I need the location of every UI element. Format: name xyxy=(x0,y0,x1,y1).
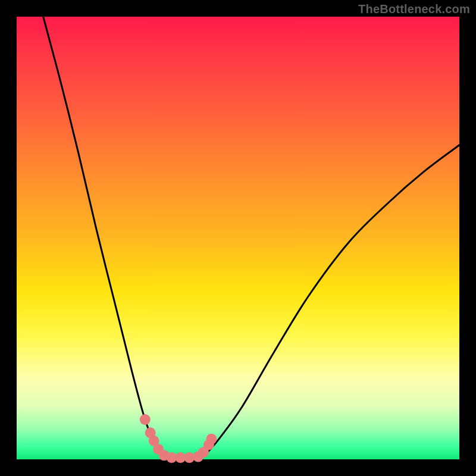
chart-svg xyxy=(17,17,459,459)
chart-frame: TheBottleneck.com xyxy=(0,0,476,476)
watermark-text: TheBottleneck.com xyxy=(0,2,476,16)
datapoint-0 xyxy=(140,414,151,425)
datapoint-11 xyxy=(206,434,217,444)
datapoints-group xyxy=(140,414,217,463)
plot-area xyxy=(17,17,459,459)
curve-right-curve xyxy=(198,145,459,459)
curve-left-curve xyxy=(43,17,172,459)
curves-group xyxy=(43,17,459,459)
